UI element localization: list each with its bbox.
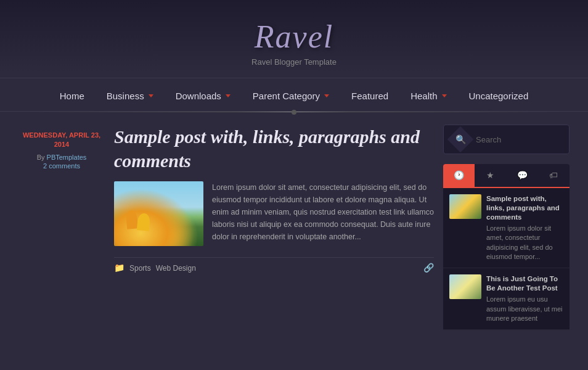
nav-label-featured: Featured: [351, 91, 388, 101]
main-post-content: Sample post with, links, paragraphs and …: [114, 125, 434, 330]
post-excerpt: Lorem ipsum dolor sit amet, consectetur …: [212, 181, 434, 243]
post-image: [114, 181, 203, 246]
site-header: Ravel Ravel Blogger Template: [0, 0, 588, 73]
nav-arrow-business: [149, 94, 153, 97]
nav-item-featured[interactable]: Featured: [340, 87, 399, 105]
nav-label-parent-category: Parent Category: [253, 91, 320, 101]
sidebar-post-image-2: [449, 274, 481, 299]
sidebar-post-info-1: Sample post with, links, paragraphs and …: [486, 194, 563, 261]
nav-item-uncategorized[interactable]: Uncategorized: [458, 87, 540, 105]
tab-popular[interactable]: ★: [475, 164, 506, 187]
sidebar-post-title-2[interactable]: This is Just Going To Be Another Test Po…: [486, 274, 563, 293]
post-title: Sample post with, links, paragraphs and …: [114, 125, 434, 173]
sidebar-posts-list: Sample post with, links, paragraphs and …: [443, 188, 570, 330]
post-body: Lorem ipsum dolor sit amet, consectetur …: [114, 181, 434, 246]
search-input[interactable]: [476, 135, 561, 144]
search-box: 🔍: [443, 125, 570, 154]
nav-arrow-health: [442, 94, 447, 97]
sidebar-post-excerpt-1: Lorem ipsum dolor sit amet, consectetur …: [486, 224, 563, 262]
post-tags: 📁 Sports Web Design: [114, 263, 196, 273]
post-image-inner: [114, 181, 203, 246]
nav-arrow-downloads: [226, 94, 231, 97]
main-nav: Home Business Downloads Parent Category …: [0, 78, 588, 112]
sidebar-post-2: This is Just Going To Be Another Test Po…: [443, 268, 570, 330]
nav-item-downloads[interactable]: Downloads: [165, 87, 242, 105]
by-label: By: [37, 154, 45, 161]
sidebar-post-1: Sample post with, links, paragraphs and …: [443, 188, 570, 268]
post-link-icon: 🔗: [423, 263, 434, 273]
recent-icon: 🕐: [454, 170, 464, 181]
nav-item-business[interactable]: Business: [96, 87, 165, 105]
folder-icon: 📁: [114, 263, 125, 273]
star-icon: ★: [486, 170, 494, 181]
tab-tags[interactable]: 🏷: [538, 164, 570, 187]
comment-icon: 💬: [517, 170, 528, 181]
post-by: By PBTemplates: [18, 154, 105, 161]
nav-label-home: Home: [60, 91, 84, 101]
nav-item-health[interactable]: Health: [399, 87, 457, 105]
post-meta-sidebar: WEDNESDAY, APRIL 23, 2014 By PBTemplates…: [18, 125, 114, 330]
post-author[interactable]: PBTemplates: [47, 154, 87, 161]
sidebar-post-image-1: [449, 194, 481, 219]
post-comments-count[interactable]: 2 comments: [18, 162, 105, 170]
nav-divider: [18, 112, 570, 112]
site-subtitle: Ravel Blogger Template: [0, 57, 588, 67]
post-date: WEDNESDAY, APRIL 23, 2014: [18, 131, 105, 150]
main-container: WEDNESDAY, APRIL 23, 2014 By PBTemplates…: [0, 112, 588, 342]
nav-label-uncategorized: Uncategorized: [469, 91, 529, 101]
tag-sports[interactable]: Sports: [129, 264, 151, 273]
post-footer: 📁 Sports Web Design 🔗: [114, 257, 434, 273]
search-diamond: 🔍: [447, 126, 473, 152]
nav-label-health: Health: [410, 91, 437, 101]
sidebar-tabs: 🕐 ★ 💬 🏷: [443, 164, 570, 188]
sidebar-post-excerpt-2: Lorem ipsum eu usu assum liberavisse, ut…: [486, 295, 563, 323]
sidebar-post-info-2: This is Just Going To Be Another Test Po…: [486, 274, 563, 323]
right-sidebar: 🔍 🕐 ★ 💬 🏷 Sample post with,: [434, 125, 570, 330]
nav-arrow-parent-category: [324, 94, 329, 97]
tab-comments[interactable]: 💬: [507, 164, 538, 187]
site-title: Ravel: [0, 18, 588, 55]
nav-item-parent-category[interactable]: Parent Category: [242, 87, 340, 105]
nav-label-downloads: Downloads: [176, 91, 221, 101]
tag-icon: 🏷: [549, 171, 558, 181]
search-icon: 🔍: [455, 134, 466, 145]
sidebar-post-title-1[interactable]: Sample post with, links, paragraphs and …: [486, 194, 563, 222]
nav-label-business: Business: [107, 91, 144, 101]
tab-recent[interactable]: 🕐: [443, 164, 475, 187]
tag-webdesign[interactable]: Web Design: [156, 264, 196, 273]
nav-item-home[interactable]: Home: [49, 87, 96, 105]
